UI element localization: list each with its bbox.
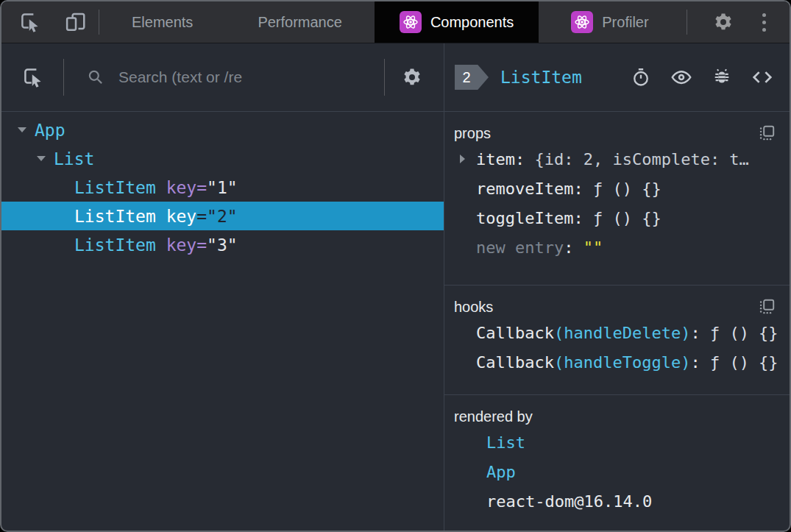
stopwatch-icon[interactable] xyxy=(630,66,652,88)
hooks-section: hooks Ca xyxy=(444,285,790,395)
hook-row-handletoggle[interactable]: Callback(handleToggle): ƒ () {} xyxy=(454,347,778,377)
prop-value: {id: 2, isComplete: t… xyxy=(534,150,748,169)
inspected-header: 2 ListItem xyxy=(444,43,790,112)
select-element-icon[interactable] xyxy=(21,65,46,90)
hooks-section-title: hooks xyxy=(454,299,493,316)
components-panel: App List ListItemkey="1" ListItemkey="2"… xyxy=(1,43,790,531)
component-name: ListItem xyxy=(74,235,156,255)
hook-name: (handleDelete) xyxy=(554,324,690,342)
rendered-by-title: rendered by xyxy=(454,408,533,425)
element-id-badge: 2 xyxy=(455,65,489,90)
divider xyxy=(384,59,385,96)
tabbar-right-controls xyxy=(687,1,790,43)
prop-value: ƒ () {} xyxy=(593,209,661,227)
search-icon xyxy=(86,68,105,87)
settings-gear-icon[interactable] xyxy=(711,10,736,35)
key-value: "2" xyxy=(207,207,238,226)
tab-label: Profiler xyxy=(602,14,648,31)
new-entry-value[interactable]: "" xyxy=(584,238,603,257)
rendered-by-app-link[interactable]: App xyxy=(454,457,778,486)
key-value: "3" xyxy=(207,235,238,255)
search-input[interactable] xyxy=(118,68,377,86)
prop-key: toggleItem xyxy=(476,209,573,227)
react-devtools-window: Elements Performance Components xyxy=(0,0,791,532)
devtools-tabbar: Elements Performance Components xyxy=(1,1,790,43)
rendered-by-list-link[interactable]: List xyxy=(454,428,778,457)
tab-label: Elements xyxy=(132,14,193,31)
hook-row-handledelete[interactable]: Callback(handleDelete): ƒ () {} xyxy=(454,318,778,347)
hook-type: Callback xyxy=(476,353,554,372)
tab-performance[interactable]: Performance xyxy=(225,1,375,43)
expand-arrow-icon[interactable] xyxy=(460,155,465,163)
copy-icon[interactable] xyxy=(756,296,778,318)
component-tree-pane: App List ListItemkey="1" ListItemkey="2"… xyxy=(1,43,444,531)
expand-arrow-icon[interactable] xyxy=(37,156,46,161)
bug-icon[interactable] xyxy=(711,66,733,88)
component-tree: App List ListItemkey="1" ListItemkey="2"… xyxy=(1,112,444,531)
prop-row-toggleitem[interactable]: toggleItem: ƒ () {} xyxy=(454,203,778,233)
react-logo-icon xyxy=(571,11,593,33)
prop-row-new-entry[interactable]: new entry: "" xyxy=(454,233,778,262)
new-entry-key[interactable]: new entry xyxy=(476,238,564,257)
inspected-sections: props it xyxy=(444,112,790,531)
eye-icon[interactable] xyxy=(670,66,692,88)
tab-label: Performance xyxy=(258,14,342,31)
kebab-menu-icon[interactable] xyxy=(759,10,769,35)
key-attribute: key xyxy=(166,235,197,255)
key-value: "1" xyxy=(207,178,238,197)
tab-elements[interactable]: Elements xyxy=(99,1,225,43)
tab-profiler[interactable]: Profiler xyxy=(539,1,681,43)
inspected-component-pane: 2 ListItem xyxy=(444,43,790,531)
hook-value: ƒ () {} xyxy=(710,324,778,342)
tree-node-listitem-1[interactable]: ListItemkey="1" xyxy=(1,173,444,202)
expand-arrow-icon[interactable] xyxy=(18,127,26,132)
tree-node-app[interactable]: App xyxy=(1,116,444,144)
component-name: List xyxy=(54,149,94,169)
tree-node-listitem-3[interactable]: ListItemkey="3" xyxy=(1,230,444,259)
prop-key: removeItem xyxy=(476,180,573,198)
react-logo-icon xyxy=(400,11,422,33)
hook-value: ƒ () {} xyxy=(710,353,778,372)
device-toolbar-icon[interactable] xyxy=(63,10,88,35)
tabbar-left-icons xyxy=(1,1,99,43)
tree-toolbar xyxy=(1,43,444,112)
prop-row-item[interactable]: item: {id: 2, isComplete: t… xyxy=(454,144,778,174)
divider xyxy=(687,10,687,35)
tab-components[interactable]: Components xyxy=(375,1,539,43)
component-name: ListItem xyxy=(74,178,156,197)
key-attribute: key xyxy=(166,207,197,226)
tree-node-list[interactable]: List xyxy=(1,144,444,173)
key-attribute: key xyxy=(166,178,197,197)
copy-icon[interactable] xyxy=(756,122,778,144)
divider xyxy=(63,59,64,96)
props-section: props it xyxy=(444,112,790,285)
tree-settings-gear-icon[interactable] xyxy=(400,65,425,90)
props-section-title: props xyxy=(454,125,491,142)
rendered-by-section: rendered by List App react-dom@16.14.0 xyxy=(444,395,790,531)
view-source-icon[interactable] xyxy=(751,66,773,88)
component-name: App xyxy=(35,121,65,140)
hook-type: Callback xyxy=(476,324,554,342)
prop-row-removeitem[interactable]: removeItem: ƒ () {} xyxy=(454,174,778,203)
equals-sign: = xyxy=(196,207,207,226)
inspected-header-icons xyxy=(630,66,773,88)
tab-label: Components xyxy=(430,14,514,31)
inspect-element-icon[interactable] xyxy=(18,10,43,35)
component-name: ListItem xyxy=(74,207,156,226)
equals-sign: = xyxy=(196,178,207,197)
rendered-by-react-dom: react-dom@16.14.0 xyxy=(454,486,778,516)
inspected-component-name: ListItem xyxy=(500,68,582,87)
hook-name: (handleToggle) xyxy=(554,353,690,372)
tree-node-listitem-2-selected[interactable]: ListItemkey="2" xyxy=(1,202,444,230)
equals-sign: = xyxy=(196,235,207,255)
prop-value: ƒ () {} xyxy=(593,180,661,198)
prop-key: item xyxy=(476,150,515,169)
